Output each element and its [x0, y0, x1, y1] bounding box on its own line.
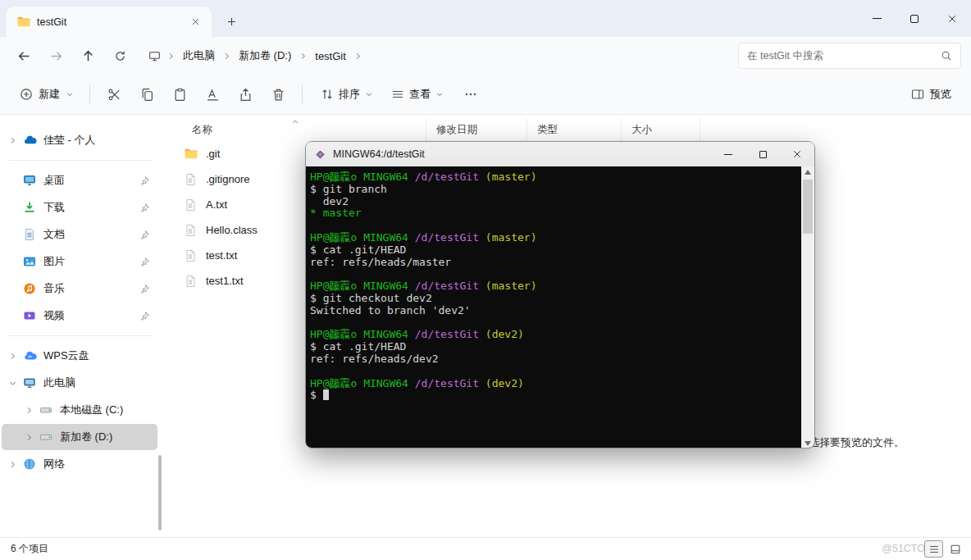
- new-button[interactable]: 新建: [11, 81, 82, 107]
- terminal-window-controls: [711, 142, 814, 166]
- maximize-icon: [910, 15, 919, 23]
- breadcrumb-chevron-icon: [166, 52, 176, 61]
- thumbnail-view-button[interactable]: [946, 540, 964, 558]
- forward-button[interactable]: [42, 43, 70, 69]
- sidebar-item-this-pc[interactable]: 此电脑: [2, 370, 157, 396]
- chevron-spacer: [5, 308, 20, 323]
- terminal-body[interactable]: HP@龘龗o MINGW64 /d/testGit (master)$ git …: [306, 166, 814, 448]
- preview-toggle-button[interactable]: 预览: [903, 81, 960, 107]
- sidebar-item-wps-cloud[interactable]: WPS云盘: [2, 343, 157, 369]
- column-header-0[interactable]: 名称: [164, 118, 426, 141]
- view-icon: [391, 88, 404, 101]
- sidebar-item-label: 视频: [43, 308, 65, 323]
- cut-button[interactable]: [98, 80, 130, 108]
- new-tab-button[interactable]: [220, 10, 243, 33]
- terminal-title-bar[interactable]: MINGW64:/d/testGit: [306, 142, 814, 166]
- terminal-minimize-button[interactable]: [711, 142, 745, 166]
- terminal-line: ref: refs/heads/master: [310, 257, 801, 269]
- file-icon: [182, 198, 198, 212]
- sort-button-label: 排序: [339, 87, 360, 102]
- terminal-line: $: [310, 389, 801, 402]
- chevron-right-icon[interactable]: [21, 403, 36, 417]
- chevron-down-icon[interactable]: [5, 376, 20, 390]
- view-button[interactable]: 查看: [384, 81, 451, 107]
- file-name: A.txt: [206, 198, 227, 211]
- folder-icon: [16, 15, 30, 29]
- pin-icon: [139, 203, 150, 213]
- scroll-up-icon[interactable]: [805, 170, 811, 175]
- chevron-down-icon: [365, 90, 373, 98]
- column-header-2[interactable]: 类型: [527, 118, 622, 141]
- column-header-label: 名称: [192, 123, 212, 137]
- sidebar-item-downloads[interactable]: 下载: [2, 194, 157, 221]
- paste-button[interactable]: [163, 80, 196, 108]
- ellipsis-icon: [464, 88, 477, 101]
- sidebar-item-videos[interactable]: 视频: [2, 303, 157, 329]
- chevron-right-icon[interactable]: [5, 457, 20, 471]
- toolbar-actions: [98, 80, 294, 108]
- sidebar-scrollbar[interactable]: [158, 455, 162, 530]
- sort-button[interactable]: 排序: [313, 81, 381, 107]
- chevron-right-icon[interactable]: [5, 133, 20, 148]
- sidebar-item-music[interactable]: 音乐: [2, 275, 157, 302]
- up-button[interactable]: [74, 43, 102, 69]
- breadcrumb-item[interactable]: testGit: [309, 46, 352, 66]
- sidebar-item-disk-c[interactable]: 本地磁盘 (C:): [2, 397, 157, 423]
- network-icon: [21, 458, 38, 471]
- terminal-line: HP@龘龗o MINGW64 /d/testGit (dev2): [310, 378, 801, 390]
- sidebar-item-disk-d[interactable]: 新加卷 (D:): [2, 424, 157, 450]
- close-icon: [792, 149, 802, 159]
- terminal-close-button[interactable]: [780, 142, 814, 166]
- terminal-line: * master: [310, 207, 801, 220]
- search-input[interactable]: [747, 50, 941, 61]
- column-header-3[interactable]: 大小: [622, 118, 700, 141]
- toolbar-divider: [302, 85, 303, 103]
- details-view-button[interactable]: [924, 540, 943, 558]
- breadcrumb-item[interactable]: 新加卷 (D:): [233, 44, 297, 67]
- sidebar-item-documents[interactable]: 文档: [2, 221, 157, 248]
- chevron-spacer: [5, 200, 20, 215]
- sidebar-item-label: 下载: [43, 200, 65, 215]
- sidebar-item-pictures[interactable]: 图片: [2, 248, 157, 275]
- back-button[interactable]: [10, 43, 38, 69]
- file-icon: [182, 224, 198, 237]
- refresh-button[interactable]: [106, 43, 134, 69]
- wps-icon: [21, 349, 38, 363]
- item-count: 6 个项目: [11, 542, 48, 556]
- minimize-button[interactable]: [858, 0, 896, 37]
- copy-button[interactable]: [130, 80, 163, 108]
- share-button[interactable]: [229, 80, 262, 108]
- scroll-down-icon[interactable]: [805, 441, 811, 446]
- terminal-title: MINGW64:/d/testGit: [333, 148, 425, 160]
- file-icon: [182, 249, 198, 262]
- sidebar-item-label: 文档: [43, 227, 65, 242]
- terminal-maximize-button[interactable]: [745, 142, 780, 166]
- maximize-button[interactable]: [896, 0, 933, 37]
- scrollbar-thumb[interactable]: [803, 180, 813, 234]
- terminal-line: HP@龘龗o MINGW64 /d/testGit (master): [310, 171, 801, 184]
- breadcrumb: 此电脑新加卷 (D:)testGit: [144, 44, 728, 67]
- music-icon: [21, 282, 38, 295]
- search-icon: [941, 50, 952, 61]
- delete-button[interactable]: [262, 80, 294, 108]
- breadcrumb-item[interactable]: 此电脑: [177, 44, 221, 67]
- tab-close-icon[interactable]: [185, 12, 205, 32]
- terminal-window[interactable]: MINGW64:/d/testGit HP@龘龗o MINGW64 /d/tes…: [305, 141, 815, 448]
- folder-icon: [182, 147, 198, 161]
- minimize-icon: [873, 18, 882, 19]
- details-view-icon: [928, 544, 940, 555]
- sidebar-item-desktop[interactable]: 桌面: [2, 167, 157, 193]
- more-options-button[interactable]: [456, 80, 486, 108]
- tab-testgit[interactable]: testGit: [7, 7, 212, 37]
- terminal-line: [310, 366, 801, 378]
- chevron-right-icon[interactable]: [21, 430, 36, 444]
- sidebar-item-network[interactable]: 网络: [2, 451, 157, 477]
- file-icon: [182, 173, 198, 186]
- close-button[interactable]: [933, 0, 971, 37]
- column-header-1[interactable]: 修改日期: [426, 118, 527, 141]
- rename-button[interactable]: [196, 80, 229, 108]
- search-box[interactable]: [738, 43, 961, 69]
- sidebar-item-onedrive[interactable]: 佳莹 - 个人: [2, 127, 157, 153]
- terminal-scrollbar[interactable]: [801, 166, 814, 448]
- chevron-right-icon[interactable]: [5, 348, 20, 363]
